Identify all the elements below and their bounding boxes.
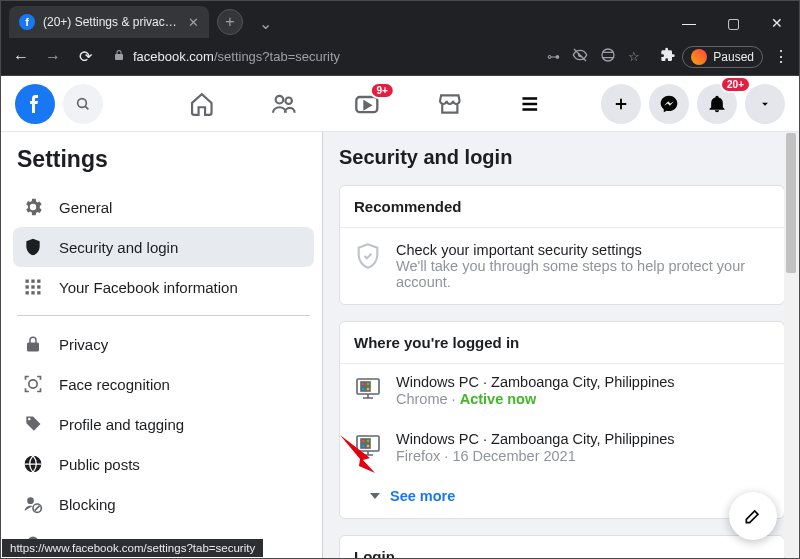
svg-rect-12 <box>37 291 40 294</box>
session-device: Windows PC <box>396 374 479 390</box>
sidebar-item-label: Security and login <box>59 239 178 256</box>
divider <box>17 315 310 316</box>
window-maximize-button[interactable]: ▢ <box>711 8 755 38</box>
globe-icon <box>21 454 45 474</box>
lock-icon <box>113 49 125 64</box>
svg-rect-11 <box>31 291 34 294</box>
eye-off-icon[interactable] <box>572 47 588 66</box>
sidebar-item-your-info[interactable]: Your Facebook information <box>13 267 314 307</box>
address-bar[interactable]: facebook.com/settings?tab=security ⊶ ☆ <box>103 43 650 71</box>
main-content: Security and login Recommended Check you… <box>323 132 799 558</box>
session-status: Active now <box>460 391 537 407</box>
session-browser: Firefox <box>396 448 440 464</box>
recommended-title: Check your important security settings <box>396 242 770 258</box>
avatar-icon <box>691 49 707 65</box>
svg-rect-23 <box>361 439 365 443</box>
svg-rect-21 <box>366 387 370 391</box>
see-more-link[interactable]: See more <box>340 478 784 518</box>
facebook-header: 9+ 20+ <box>1 76 799 132</box>
tab-title: (20+) Settings & privacy | Facebo <box>43 15 180 29</box>
sidebar-item-face-recognition[interactable]: Face recognition <box>13 364 314 404</box>
marketplace-icon[interactable] <box>437 90 463 118</box>
search-button[interactable] <box>63 84 103 124</box>
notifications-badge: 20+ <box>720 76 751 93</box>
sidebar-item-label: Public posts <box>59 456 140 473</box>
shield-check-icon <box>354 242 382 270</box>
nav-reload-button[interactable]: ⟳ <box>71 43 99 71</box>
notifications-button[interactable]: 20+ <box>697 84 737 124</box>
sidebar-item-label: Privacy <box>59 336 108 353</box>
see-more-label: See more <box>390 488 455 504</box>
account-menu-button[interactable] <box>745 84 785 124</box>
browser-toolbar: ← → ⟳ facebook.com/settings?tab=security… <box>1 38 799 76</box>
extensions-icon[interactable] <box>660 47 676 67</box>
tab-search-chevron-icon[interactable]: ⌄ <box>243 8 287 38</box>
settings-sidebar: Settings General Security and login Your… <box>1 132 323 558</box>
edit-fab-button[interactable] <box>729 492 777 540</box>
create-button[interactable] <box>601 84 641 124</box>
sidebar-item-general[interactable]: General <box>13 187 314 227</box>
svg-rect-18 <box>361 382 365 386</box>
sidebar-item-profile-tagging[interactable]: Profile and tagging <box>13 404 314 444</box>
svg-rect-26 <box>366 444 370 448</box>
star-icon[interactable]: ☆ <box>628 49 640 64</box>
sidebar-item-blocking[interactable]: Blocking <box>13 484 314 524</box>
nav-back-button[interactable]: ← <box>7 43 35 71</box>
sidebar-item-privacy[interactable]: Privacy <box>13 324 314 364</box>
session-row[interactable]: Windows PC · Zamboanga City, Philippines… <box>340 421 784 478</box>
url-host: facebook.com <box>133 49 214 64</box>
sidebar-item-label: Face recognition <box>59 376 170 393</box>
session-status: 16 December 2021 <box>452 448 575 464</box>
scrollbar[interactable] <box>784 133 798 557</box>
login-header: Login <box>340 536 784 558</box>
new-tab-button[interactable]: + <box>217 9 243 35</box>
translate-icon[interactable] <box>600 47 616 66</box>
svg-rect-8 <box>31 285 34 288</box>
password-key-icon[interactable]: ⊶ <box>547 49 560 64</box>
messenger-button[interactable] <box>649 84 689 124</box>
browser-tab[interactable]: f (20+) Settings & privacy | Facebo ✕ <box>9 6 209 38</box>
profile-paused-button[interactable]: Paused <box>682 46 763 68</box>
shield-icon <box>21 236 45 258</box>
sessions-card: Where you're logged in Windows PC · Zamb… <box>339 321 785 519</box>
security-checkup-row[interactable]: Check your important security settings W… <box>340 228 784 304</box>
gear-icon <box>21 196 45 218</box>
paused-label: Paused <box>713 50 754 64</box>
scrollbar-thumb[interactable] <box>786 133 796 273</box>
browser-menu-icon[interactable]: ⋮ <box>769 47 793 66</box>
svg-rect-24 <box>366 439 370 443</box>
sidebar-item-public-posts[interactable]: Public posts <box>13 444 314 484</box>
grid-icon <box>21 277 45 297</box>
window-close-button[interactable]: ✕ <box>755 8 799 38</box>
desktop-icon <box>354 376 382 400</box>
favicon: f <box>19 14 35 30</box>
recommended-header: Recommended <box>340 186 784 228</box>
watch-icon[interactable]: 9+ <box>353 90 381 118</box>
url-path: /settings?tab=security <box>214 49 340 64</box>
sessions-header: Where you're logged in <box>340 322 784 364</box>
tag-icon <box>21 414 45 434</box>
window-minimize-button[interactable]: — <box>667 8 711 38</box>
browser-titlebar: f (20+) Settings & privacy | Facebo ✕ + … <box>1 1 799 38</box>
tab-close-icon[interactable]: ✕ <box>188 15 199 30</box>
nav-forward-button[interactable]: → <box>39 43 67 71</box>
center-nav: 9+ <box>189 90 541 118</box>
facebook-logo[interactable] <box>15 84 55 124</box>
svg-point-13 <box>29 380 37 388</box>
desktop-icon <box>354 433 382 457</box>
face-scan-icon <box>21 374 45 394</box>
svg-point-0 <box>78 98 87 107</box>
caret-down-icon <box>370 493 380 499</box>
friends-icon[interactable] <box>271 90 297 118</box>
lock-icon <box>21 334 45 354</box>
sidebar-item-security[interactable]: Security and login <box>13 227 314 267</box>
session-row[interactable]: Windows PC · Zamboanga City, Philippines… <box>340 364 784 421</box>
menu-hamburger-icon[interactable] <box>519 90 541 118</box>
sidebar-title: Settings <box>17 146 310 173</box>
login-card: Login <box>339 535 785 558</box>
svg-rect-7 <box>26 285 29 288</box>
svg-rect-9 <box>37 285 40 288</box>
session-location: Zamboanga City, Philippines <box>491 431 675 447</box>
svg-rect-19 <box>366 382 370 386</box>
home-icon[interactable] <box>189 90 215 118</box>
